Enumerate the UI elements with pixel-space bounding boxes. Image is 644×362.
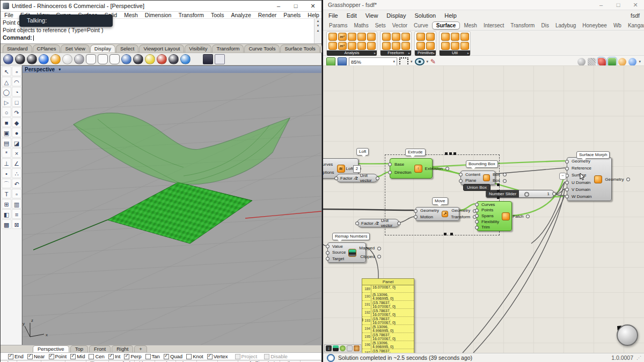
component-icon[interactable] [460, 33, 469, 41]
minimize-button[interactable]: – [592, 1, 610, 10]
toolbar-tab[interactable]: Curve Tools [244, 45, 280, 53]
node-output[interactable]: Geometry [449, 208, 474, 213]
category-tab[interactable]: Transform [508, 22, 537, 29]
checkbox-icon[interactable] [70, 354, 76, 359]
viewport-tab[interactable]: Perspective [33, 345, 69, 352]
category-tab[interactable]: Vector [390, 22, 410, 29]
component-icon[interactable] [357, 42, 366, 50]
loft-option-badge[interactable]: 2 [353, 165, 361, 173]
menu-item[interactable]: Help [444, 12, 457, 19]
display-mode-icon[interactable] [74, 54, 84, 64]
tool-icon[interactable]: ○ [2, 107, 11, 117]
grasshopper-canvas[interactable]: Loft CurvesOptions ≋Loft 2 Factor ∕z Uni… [323, 65, 644, 353]
osnap-toggle[interactable]: Int [108, 353, 121, 359]
perspective-viewport[interactable]: Perspective ▾ [22, 65, 322, 345]
zoom-extents-icon[interactable] [399, 57, 408, 67]
unit-vector-node[interactable]: Factor ∕z Unit vector [357, 219, 399, 227]
osnap-toggle[interactable]: Vertex [207, 353, 228, 359]
component-icon[interactable] [426, 42, 435, 50]
checkbox-icon[interactable] [124, 354, 129, 359]
checkbox-icon[interactable] [89, 354, 94, 359]
viewport-tab[interactable]: Front [89, 345, 111, 352]
tool-icon[interactable]: ▩ [2, 219, 11, 229]
viewport-tab[interactable]: Top [70, 345, 88, 352]
tool-icon[interactable]: ⊠ [12, 219, 21, 229]
component-icon[interactable]: m² [338, 33, 347, 41]
component-icon[interactable] [416, 42, 425, 50]
open-file-icon[interactable] [326, 57, 335, 66]
command-scrollbar[interactable]: ▲▼▲ [314, 19, 321, 43]
checkbox-icon[interactable] [145, 354, 151, 359]
toolbar-tab[interactable]: Select [116, 45, 138, 53]
menu-item[interactable]: Mesh [124, 12, 138, 18]
menu-item[interactable]: File [4, 12, 13, 18]
node-output[interactable]: Geometry [603, 176, 628, 182]
category-tab[interactable]: Ladybug [553, 22, 579, 29]
node-output[interactable]: Clipped [357, 254, 379, 260]
node-input[interactable]: Value [328, 244, 347, 249]
chevron-down-icon[interactable]: ▾ [393, 60, 395, 64]
category-tab[interactable]: Surface [432, 21, 460, 29]
data-panel[interactable]: Panel 189 16.070067, 0} 190 {5.13096, 4.… [362, 278, 414, 353]
checkbox-icon[interactable] [8, 354, 13, 359]
toolbar-tab[interactable]: Visibility [185, 45, 211, 53]
component-icon[interactable] [441, 42, 450, 50]
close-button[interactable]: ✕ [304, 1, 321, 11]
slider-grip[interactable] [524, 192, 529, 197]
node-input[interactable]: Target [328, 256, 347, 262]
union-box-tag[interactable]: Union Box [463, 184, 491, 191]
display-mode-icon[interactable] [98, 54, 108, 64]
toolbar-tab[interactable]: CPlanes [33, 45, 61, 53]
component-icon[interactable]: m³ [338, 42, 347, 50]
component-icon[interactable] [382, 33, 391, 41]
tool-icon[interactable]: • [2, 168, 11, 178]
node-input[interactable]: Reference [567, 165, 593, 172]
display-mode-icon[interactable] [133, 54, 143, 64]
node-input[interactable]: Source [328, 250, 347, 255]
osnap-toggle[interactable]: Mid [70, 353, 85, 359]
selection-handle[interactable] [449, 152, 452, 155]
tool-icon[interactable]: ▷ [2, 97, 11, 107]
group-label[interactable]: Analysis [327, 50, 377, 56]
rhino-titlebar[interactable]: Untitled - Rhinoceros 6 Commercial - [Pe… [1, 1, 321, 12]
viewport-title[interactable]: Perspective [25, 67, 55, 72]
grasshopper-titlebar[interactable]: Grasshopper - fsdf* – □ ✕ [323, 0, 644, 10]
preview-off-icon[interactable] [577, 58, 586, 66]
category-tab[interactable]: Intersect [481, 22, 507, 29]
display-mode-icon[interactable] [3, 54, 13, 64]
move-node[interactable]: GeometryMotion ↗ GeometryTransform [415, 207, 459, 221]
category-tab[interactable]: Maths [351, 22, 371, 29]
viewport-tab[interactable]: Right [112, 345, 133, 352]
node-input[interactable]: Factor [340, 176, 353, 181]
selection-handle[interactable] [445, 152, 448, 155]
node-input[interactable]: Curves [323, 161, 336, 167]
maximize-button[interactable]: □ [287, 1, 304, 11]
display-mode-icon[interactable] [50, 54, 61, 64]
canvas-compass[interactable] [617, 324, 638, 346]
tool-icon[interactable]: ▥ [12, 199, 21, 209]
download-icon[interactable]: ↓ [326, 345, 332, 351]
display-blue-icon[interactable] [628, 58, 636, 66]
sketch-pen-icon[interactable]: ✎ [430, 58, 436, 65]
group-label[interactable]: Util [440, 50, 470, 56]
chevron-down-icon[interactable]: ▾ [411, 60, 413, 64]
menu-item[interactable]: Tools [211, 12, 224, 18]
minimize-button[interactable]: – [270, 1, 287, 11]
slider-track[interactable] [519, 190, 545, 197]
component-icon[interactable] [328, 33, 337, 41]
display-mode-icon[interactable] [157, 54, 167, 64]
selection-handle[interactable] [497, 183, 500, 186]
tool-icon[interactable]: ◔ [12, 87, 21, 97]
panel-title[interactable]: Panel [362, 279, 414, 285]
component-icon[interactable] [367, 42, 376, 50]
node-input[interactable]: Plane [461, 178, 482, 183]
category-tab[interactable]: Sets [372, 22, 389, 29]
tool-icon[interactable]: ◯ [2, 87, 11, 97]
tool-icon[interactable]: ↶ [12, 179, 21, 188]
display-mode-icon[interactable] [121, 54, 131, 64]
checkbox-icon[interactable] [164, 354, 169, 359]
selection-handle[interactable] [497, 196, 500, 199]
checkbox-icon[interactable] [264, 354, 269, 359]
menu-item[interactable]: Render [258, 12, 276, 18]
tool-icon[interactable]: ● [12, 128, 21, 137]
